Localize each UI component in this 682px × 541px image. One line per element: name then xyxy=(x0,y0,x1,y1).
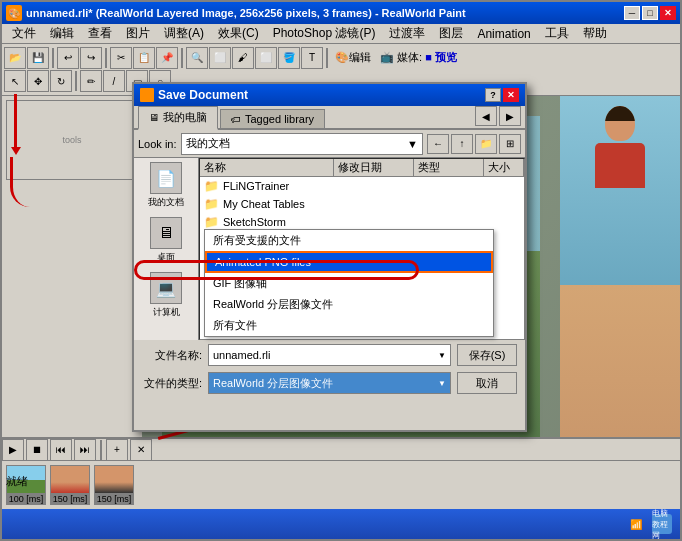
col-type[interactable]: 类型 xyxy=(414,159,484,176)
lookin-label: Look in: xyxy=(138,138,177,150)
tab-tagged-library[interactable]: 🏷 Tagged library xyxy=(220,109,325,128)
timeline-next-btn[interactable]: ⏭ xyxy=(74,439,96,461)
menu-layers[interactable]: 图层 xyxy=(433,23,469,44)
nav-computer[interactable]: 💻 计算机 xyxy=(150,272,182,319)
nav-my-documents[interactable]: 📄 我的文档 xyxy=(148,162,184,209)
toolbar-brush-btn[interactable]: 🖌 xyxy=(232,47,254,69)
toolbar-move-btn[interactable]: ✥ xyxy=(27,70,49,92)
my-documents-icon: 📄 xyxy=(150,162,182,194)
toolbar-undo-btn[interactable]: ↩ xyxy=(57,47,79,69)
title-bar: 🎨 unnamed.rli* (RealWorld Layered Image,… xyxy=(2,2,680,24)
toolbar-zoom-btn[interactable]: 🔍 xyxy=(186,47,208,69)
menu-effects[interactable]: 效果(C) xyxy=(212,23,265,44)
new-folder-btn[interactable]: 📁 xyxy=(475,134,497,154)
tab-nav-btns: ◀ ▶ xyxy=(475,106,521,128)
close-button[interactable]: ✕ xyxy=(660,6,676,20)
toolbar-eraser-btn[interactable]: ⬜ xyxy=(255,47,277,69)
file-list-header: 名称 修改日期 类型 大小 xyxy=(200,159,524,177)
menu-transition[interactable]: 过渡率 xyxy=(383,23,431,44)
toolbar-save-btn[interactable]: 💾 xyxy=(27,47,49,69)
dialog-help-button[interactable]: ? xyxy=(485,88,501,102)
toolbar-arrow-btn[interactable]: ↖ xyxy=(4,70,26,92)
save-button[interactable]: 保存(S) xyxy=(457,344,517,366)
menu-adjust[interactable]: 调整(A) xyxy=(158,23,210,44)
timeline-toolbar: ▶ ⏹ ⏮ ⏭ + ✕ xyxy=(2,439,680,461)
tab-nav-next[interactable]: ▶ xyxy=(499,106,521,126)
dropdown-item-2[interactable]: GIF 图像轴 xyxy=(205,273,493,294)
toolbar-cut-btn[interactable]: ✂ xyxy=(110,47,132,69)
toolbar-draw-btn[interactable]: ✏ xyxy=(80,70,102,92)
filename-value: unnamed.rli xyxy=(213,349,270,361)
toolbar-select-btn[interactable]: ⬜ xyxy=(209,47,231,69)
nav-desktop[interactable]: 🖥 桌面 xyxy=(150,217,182,264)
minimize-button[interactable]: ─ xyxy=(624,6,640,20)
file-name-1: 📁 My Cheat Tables xyxy=(200,196,334,212)
cancel-button[interactable]: 取消 xyxy=(457,372,517,394)
timeline-play-btn[interactable]: ▶ xyxy=(2,439,24,461)
timeline-stop-btn[interactable]: ⏹ xyxy=(26,439,48,461)
dropdown-item-4[interactable]: 所有文件 xyxy=(205,315,493,336)
tab-my-computer[interactable]: 🖥 我的电脑 xyxy=(138,106,218,130)
timeline-prev-btn[interactable]: ⏮ xyxy=(50,439,72,461)
menu-view[interactable]: 查看 xyxy=(82,23,118,44)
toolbar-sep-3 xyxy=(181,48,183,68)
nav-back-btn[interactable]: ← xyxy=(427,134,449,154)
menu-image[interactable]: 图片 xyxy=(120,23,156,44)
dialog-nav-buttons: ← ↑ 📁 ⊞ xyxy=(427,134,521,154)
toolbar-sep-2 xyxy=(105,48,107,68)
col-date[interactable]: 修改日期 xyxy=(334,159,414,176)
file-name-2: 📁 SketchStorm xyxy=(200,214,334,230)
taskbar: 📶 电脑教程网 xyxy=(2,509,680,539)
timeline-sep xyxy=(100,440,102,460)
view-toggle-btn[interactable]: ⊞ xyxy=(499,134,521,154)
frame-2[interactable]: 150 [ms] xyxy=(50,465,90,505)
col-size[interactable]: 大小 xyxy=(484,159,524,176)
toolbar-copy-btn[interactable]: 📋 xyxy=(133,47,155,69)
tab-nav-prev[interactable]: ◀ xyxy=(475,106,497,126)
dropdown-item-0[interactable]: 所有受支援的文件 xyxy=(205,230,493,251)
filename-input[interactable]: unnamed.rli ▼ xyxy=(208,344,451,366)
menu-bar: 文件 编辑 查看 图片 调整(A) 效果(C) PhotoShop 滤镜(P) … xyxy=(2,24,680,44)
menu-animation[interactable]: Animation xyxy=(471,25,536,43)
timeline-frames: 100 [ms] 150 [ms] 150 [ms] xyxy=(2,461,680,509)
toolbar-line-btn[interactable]: / xyxy=(103,70,125,92)
file-type-2 xyxy=(414,221,484,223)
file-row-1[interactable]: 📁 My Cheat Tables xyxy=(200,195,524,213)
toolbar-open-btn[interactable]: 📂 xyxy=(4,47,26,69)
file-row-0[interactable]: 📁 FLiNGTrainer xyxy=(200,177,524,195)
timeline-add-btn[interactable]: + xyxy=(106,439,128,461)
taskbar-brand: 电脑教程网 xyxy=(652,514,672,534)
timeline-area: ▶ ⏹ ⏮ ⏭ + ✕ 100 [ms] 150 [ms] 150 [ms] xyxy=(2,437,680,509)
timeline-del-btn[interactable]: ✕ xyxy=(130,439,152,461)
filetype-dropdown: 所有受支援的文件 Animated PNG files GIF 图像轴 Real… xyxy=(204,229,494,337)
filetype-combo[interactable]: RealWorld 分层图像文件 ▼ xyxy=(208,372,451,394)
toolbar-redo-btn[interactable]: ↪ xyxy=(80,47,102,69)
dialog-title-bar: Save Document ? ✕ xyxy=(134,84,525,106)
menu-file[interactable]: 文件 xyxy=(6,23,42,44)
lookin-combo[interactable]: 我的文档 ▼ xyxy=(181,133,423,155)
dropdown-item-1[interactable]: Animated PNG files xyxy=(205,251,493,273)
frame-3[interactable]: 150 [ms] xyxy=(94,465,134,505)
title-bar-left: 🎨 unnamed.rli* (RealWorld Layered Image,… xyxy=(6,5,466,21)
toolbar-text-btn[interactable]: T xyxy=(301,47,323,69)
menu-tools[interactable]: 工具 xyxy=(539,23,575,44)
menu-photoshop[interactable]: PhotoShop 滤镜(P) xyxy=(267,23,382,44)
dialog-title-content: Save Document xyxy=(140,88,248,102)
dialog-close-button[interactable]: ✕ xyxy=(503,88,519,102)
person-silhouette xyxy=(585,106,655,196)
col-name[interactable]: 名称 xyxy=(200,159,334,176)
dialog-nav-panel: 📄 我的文档 🖥 桌面 💻 计算机 xyxy=(134,158,199,340)
maximize-button[interactable]: □ xyxy=(642,6,658,20)
filename-label: 文件名称: xyxy=(142,348,202,363)
nav-up-btn[interactable]: ↑ xyxy=(451,134,473,154)
toolbar-paste-btn[interactable]: 📌 xyxy=(156,47,178,69)
dropdown-item-3[interactable]: RealWorld 分层图像文件 xyxy=(205,294,493,315)
folder-icon-2: 📁 xyxy=(204,215,219,229)
toolbar-rotate-btn[interactable]: ↻ xyxy=(50,70,72,92)
menu-edit[interactable]: 编辑 xyxy=(44,23,80,44)
toolbar-fill-btn[interactable]: 🪣 xyxy=(278,47,300,69)
menu-help[interactable]: 帮助 xyxy=(577,23,613,44)
taskbar-network-icon: 📶 xyxy=(628,516,644,532)
lookin-combo-arrow: ▼ xyxy=(407,138,418,150)
file-name-0: 📁 FLiNGTrainer xyxy=(200,178,334,194)
